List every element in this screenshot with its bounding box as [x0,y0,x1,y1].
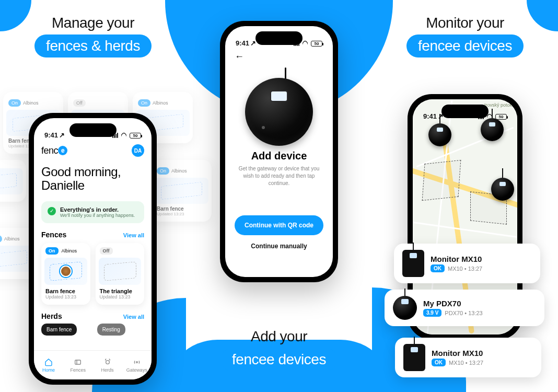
device-thumb [402,250,424,277]
battery-icon: 50 [130,133,141,139]
continue-manually-button[interactable]: Continue manually [235,243,323,250]
fence-card[interactable]: OnAlbinos Barn fence Updated 13:23 [41,243,90,305]
phone-frame: 9:41 ↗ 50 ← Add device [220,21,338,282]
herds-view-all-link[interactable]: View all [123,314,144,320]
status-notice: ✓ Everything's in order. We'll notify yo… [41,201,144,223]
svg-rect-0 [75,360,81,364]
herd-icon [102,358,113,366]
avatar[interactable]: DA [132,144,144,157]
continue-qr-button[interactable]: Continue with QR code [235,215,323,235]
greeting: Good morning, Danielle [41,165,144,193]
headline-line1: Manage your [0,15,186,31]
section-herds-title: Herds [41,312,62,320]
cow-icon [60,266,72,277]
device-card[interactable]: My PDX70 3.9 VPDX70 • 13:23 [385,290,544,326]
status-time: 9:41 [44,131,58,139]
device-card[interactable]: Monitor MX10 OKMX10 • 13:27 [394,244,540,283]
fence-card[interactable]: Off The triangle Updated 13:23 [96,243,145,305]
tab-bar: Home Fences Herds Gateways [34,350,152,379]
bg-fence-tile: OnAlbinos Barn fence Updated 13:23 [152,160,212,222]
status-chip: OK [431,264,445,272]
add-device-subtitle: Get the gateway or device that you wish … [235,165,323,187]
gateway-icon [132,358,142,366]
panel1-headline: Manage your fences & herds [0,15,186,57]
wifi-icon [120,132,127,139]
tab-gateways[interactable]: Gateways [122,351,152,379]
svg-point-1 [106,360,109,364]
tab-home[interactable]: Home [34,351,63,379]
status-chip: OK [432,359,446,366]
wifi-icon [301,40,309,47]
device-card[interactable]: Monitor MX10 OKMX10 • 13:27 [395,338,541,377]
status-chip: 3.9 V [423,309,441,317]
home-icon [43,358,54,366]
battery-icon: 50 [495,114,507,120]
tab-herds[interactable]: Herds [93,351,122,379]
herd-chip[interactable]: Resting [97,324,125,336]
section-fences-title: Fences [41,230,66,239]
check-icon: ✓ [48,207,56,215]
panel2-headline: Add your fencee devices [186,328,372,371]
svg-point-2 [136,361,138,363]
device-illustration [242,67,316,146]
back-button[interactable]: ← [235,51,323,62]
device-pin[interactable] [491,178,514,201]
bg-fence-tile [0,160,26,202]
headline-pill: fences & herds [34,34,152,57]
panel3-headline: Monitor your fencee devices [372,15,558,57]
fence-polygon[interactable] [422,160,461,201]
device-thumb [393,296,417,320]
device-pin[interactable] [428,123,451,146]
herd-chip[interactable]: Barn fence [41,324,77,336]
fences-view-all-link[interactable]: View all [123,232,144,238]
device-thumb [403,344,425,371]
phone-frame: 9:41 ↗ 50 fence DA [29,113,157,385]
add-device-title: Add device [235,150,323,162]
battery-icon: 50 [311,41,322,47]
status-time: 9:41 [423,112,437,120]
fence-icon [73,358,83,366]
tab-fences[interactable]: Fences [63,351,92,379]
app-logo: fence [41,145,67,156]
status-time: 9:41 [236,39,249,47]
